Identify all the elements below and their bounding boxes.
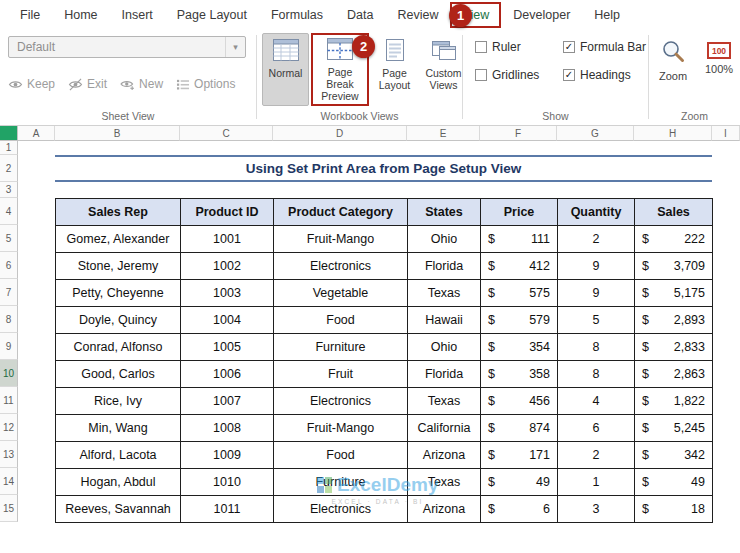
cell[interactable]: Texas [408,388,481,415]
chevron-down-icon[interactable]: ▾ [225,37,245,57]
cell[interactable]: 8 [558,361,635,388]
row-header-2[interactable]: 2 [0,155,18,182]
cell[interactable]: Min, Wang [56,415,181,442]
cell[interactable]: California [408,415,481,442]
cell[interactable]: 1006 [181,361,274,388]
tab-formulas[interactable]: Formulas [259,2,335,28]
cell[interactable]: Arizona [408,442,481,469]
column-header-G[interactable]: G [557,126,634,141]
cell[interactable]: $1,822 [635,388,713,415]
checkbox-formula-bar[interactable]: ✓Formula Bar [563,40,646,54]
cell[interactable]: $412 [481,253,558,280]
cell[interactable]: 1003 [181,280,274,307]
row-header-11[interactable]: 11 [0,387,18,414]
page-layout-view-button[interactable]: Page Layout [371,33,418,106]
row-header-5[interactable]: 5 [0,225,18,252]
table-header-states[interactable]: States [408,199,481,226]
row-header-15[interactable]: 15 [0,495,18,522]
cell[interactable]: Electronics [274,388,408,415]
cell[interactable]: Food [274,442,408,469]
cell[interactable]: Texas [408,280,481,307]
cell[interactable]: Hawaii [408,307,481,334]
cell[interactable]: 1008 [181,415,274,442]
row-header-8[interactable]: 8 [0,306,18,333]
row-header-9[interactable]: 9 [0,333,18,360]
cell[interactable]: Conrad, Alfonso [56,334,181,361]
cell[interactable]: Food [274,307,408,334]
checkbox-headings[interactable]: ✓Headings [563,68,646,82]
cell[interactable]: $2,893 [635,307,713,334]
cell[interactable]: Doyle, Quincy [56,307,181,334]
cell[interactable]: $342 [635,442,713,469]
cell[interactable]: Florida [408,253,481,280]
cell[interactable]: $49 [481,469,558,496]
row-header-4[interactable]: 4 [0,198,18,225]
cell[interactable]: Fruit-Mango [274,226,408,253]
cell[interactable]: $358 [481,361,558,388]
cell[interactable]: Florida [408,361,481,388]
table-header-sales-rep[interactable]: Sales Rep [56,199,181,226]
column-header-A[interactable]: A [18,126,55,141]
cell[interactable]: Ohio [408,334,481,361]
cell[interactable]: $49 [635,469,713,496]
worksheet-title-cell[interactable]: Using Set Print Area from Page Setup Vie… [55,155,712,182]
row-header-6[interactable]: 6 [0,252,18,279]
cell[interactable]: 1002 [181,253,274,280]
cell[interactable]: $2,833 [635,334,713,361]
tab-page-layout[interactable]: Page Layout [165,2,259,28]
table-header-product-id[interactable]: Product ID [181,199,274,226]
table-header-sales[interactable]: Sales [635,199,713,226]
table-header-product-category[interactable]: Product Category [274,199,408,226]
row-header-13[interactable]: 13 [0,441,18,468]
column-header-C[interactable]: C [180,126,273,141]
tab-file[interactable]: File [8,2,52,28]
cell[interactable]: 1009 [181,442,274,469]
cell[interactable]: Furniture [274,469,408,496]
cell[interactable]: 1001 [181,226,274,253]
cell[interactable]: Stone, Jeremy [56,253,181,280]
tab-help[interactable]: Help [582,2,632,28]
zoom-100-button[interactable]: 100 100% [699,38,739,75]
normal-view-button[interactable]: Normal [262,33,309,106]
tab-data[interactable]: Data [335,2,385,28]
column-header-I[interactable]: I [712,126,740,141]
cell[interactable]: 3 [558,496,635,523]
cell[interactable]: 1011 [181,496,274,523]
tab-developer[interactable]: Developer [501,2,582,28]
cell[interactable]: $171 [481,442,558,469]
row-header-10[interactable]: 10 [0,360,18,387]
cell[interactable]: 1007 [181,388,274,415]
cell[interactable]: $5,175 [635,280,713,307]
row-header-3[interactable]: 3 [0,182,18,198]
checkbox-ruler[interactable]: Ruler [475,40,551,54]
cell[interactable]: Electronics [274,253,408,280]
cell[interactable]: 1005 [181,334,274,361]
table-header-quantity[interactable]: Quantity [558,199,635,226]
cell[interactable]: $6 [481,496,558,523]
cell[interactable]: Texas [408,469,481,496]
cell[interactable]: $579 [481,307,558,334]
cell[interactable]: Furniture [274,334,408,361]
zoom-button[interactable]: Zoom [653,38,693,82]
cell[interactable]: Rice, Ivy [56,388,181,415]
cell[interactable]: Electronics [274,496,408,523]
cell[interactable]: Reeves, Savannah [56,496,181,523]
cell[interactable]: Hogan, Abdul [56,469,181,496]
cell[interactable]: $222 [635,226,713,253]
column-header-E[interactable]: E [407,126,480,141]
cell[interactable]: 1 [558,469,635,496]
cell[interactable]: Fruit-Mango [274,415,408,442]
cell[interactable]: Good, Carlos [56,361,181,388]
select-all-corner[interactable] [0,126,18,141]
cell[interactable]: 8 [558,334,635,361]
sheet-view-exit-button[interactable]: Exit [68,77,107,91]
sheet-view-options-button[interactable]: Options [176,77,235,91]
cell[interactable]: $3,709 [635,253,713,280]
cell[interactable]: 2 [558,226,635,253]
cell[interactable]: $5,245 [635,415,713,442]
cell[interactable]: Petty, Cheyenne [56,280,181,307]
table-header-price[interactable]: Price [481,199,558,226]
cell[interactable]: Alford, Lacota [56,442,181,469]
cell[interactable]: Ohio [408,226,481,253]
row-header-14[interactable]: 14 [0,468,18,495]
